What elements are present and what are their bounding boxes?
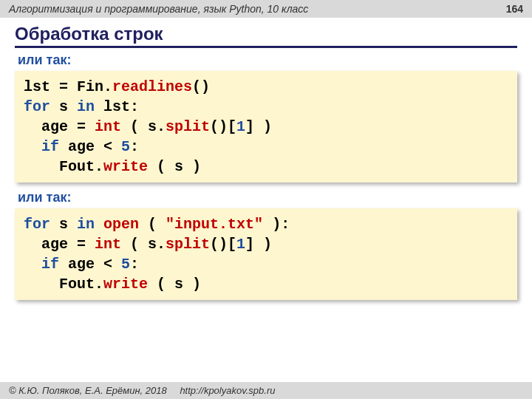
slide-content: или так: lst = Fin.readlines() for s in … bbox=[0, 52, 532, 300]
slide-header: Алгоритмизация и программирование, язык … bbox=[0, 0, 532, 18]
variant-label-1: или так: bbox=[18, 52, 517, 68]
course-name: Алгоритмизация и программирование, язык … bbox=[9, 3, 308, 15]
slide-footer: © К.Ю. Поляков, Е.А. Ерёмин, 2018 http:/… bbox=[0, 382, 532, 399]
code-block-2: for s in open ( "input.txt" ): age = int… bbox=[15, 208, 517, 300]
page-number: 164 bbox=[506, 3, 523, 15]
variant-label-2: или так: bbox=[18, 190, 517, 205]
footer-url: http://kpolyakov.spb.ru bbox=[180, 385, 275, 396]
code-block-1: lst = Fin.readlines() for s in lst: age … bbox=[15, 71, 517, 183]
slide-title: Обработка строк bbox=[15, 24, 517, 48]
copyright: © К.Ю. Поляков, Е.А. Ерёмин, 2018 bbox=[9, 385, 167, 396]
